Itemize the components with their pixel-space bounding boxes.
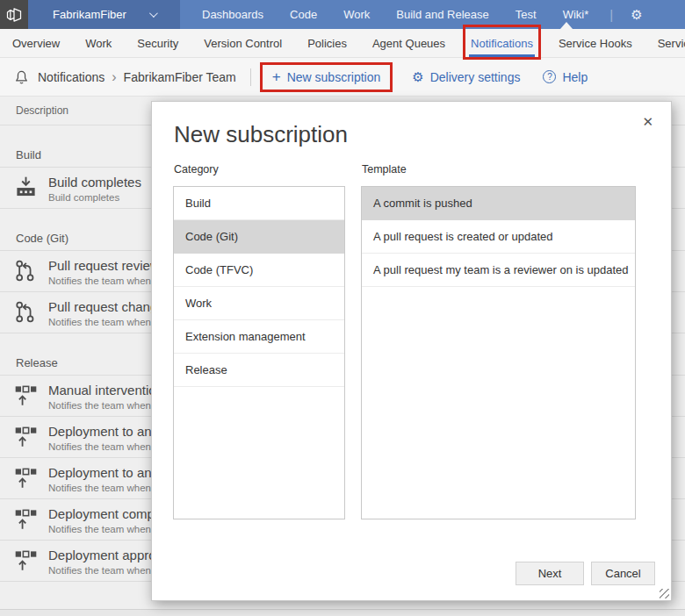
top-navigation-bar: FabrikamFiber DashboardsCodeWorkBuild an… (0, 0, 685, 29)
pull-request-icon (14, 300, 38, 324)
template-label: Template (362, 163, 407, 175)
gear-icon: ⚙ (412, 69, 423, 85)
tab-version-control[interactable]: Version Control (204, 29, 282, 58)
project-selector[interactable]: FabrikamFiber (28, 0, 180, 29)
admin-tabs-bar: OverviewWorkSecurityVersion ControlPolic… (0, 29, 685, 58)
breadcrumb-team[interactable]: FabrikamFiber Team (124, 70, 236, 84)
vsts-home-button[interactable] (0, 0, 28, 29)
template-item[interactable]: A commit is pushed (362, 187, 635, 220)
template-item[interactable]: A pull request my team is a reviewer on … (362, 254, 635, 287)
topnav-item-work[interactable]: Work (343, 8, 370, 21)
topnav-separator: | (609, 7, 613, 22)
topnav-item-code[interactable]: Code (290, 8, 317, 21)
tab-service-hooks[interactable]: Service Hooks (559, 29, 632, 58)
topnav-item-test[interactable]: Test (516, 8, 537, 21)
category-label: Category (174, 163, 219, 175)
template-item[interactable]: A pull request is created or updated (362, 220, 635, 254)
tab-overview[interactable]: Overview (12, 29, 60, 58)
tab-agent-queues[interactable]: Agent Queues (372, 29, 445, 58)
top-nav-items: DashboardsCodeWorkBuild and ReleaseTestW… (180, 0, 588, 29)
close-icon[interactable]: ✕ (638, 111, 657, 133)
release-icon (14, 466, 38, 490)
tab-notifications[interactable]: Notifications (471, 29, 533, 58)
new-subscription-dialog: ✕ New subscription Category Template Bui… (151, 101, 672, 601)
release-icon (14, 383, 38, 407)
next-button[interactable]: Next (516, 562, 584, 585)
tab-policies[interactable]: Policies (307, 29, 347, 58)
category-list: BuildCode (Git)Code (TFVC)WorkExtension … (173, 186, 345, 519)
topnav-item-build-and-release[interactable]: Build and Release (396, 8, 489, 21)
chevron-down-icon (149, 9, 158, 18)
notifications-toolbar: Notifications › FabrikamFiber Team + New… (0, 58, 685, 97)
topnav-item-dashboards[interactable]: Dashboards (202, 8, 263, 21)
delivery-settings-label: Delivery settings (430, 70, 521, 84)
release-icon (14, 548, 38, 572)
category-item[interactable]: Build (174, 187, 344, 220)
topnav-item-wiki-[interactable]: Wiki* (563, 8, 589, 21)
category-item[interactable]: Work (174, 287, 344, 320)
help-icon: ? (543, 70, 556, 83)
category-item[interactable]: Release (174, 354, 344, 387)
app-window: FabrikamFiber DashboardsCodeWorkBuild an… (0, 0, 685, 616)
new-subscription-label: New subscription (287, 70, 381, 84)
pull-request-icon (14, 259, 38, 283)
plus-icon: + (272, 71, 281, 83)
tab-work[interactable]: Work (85, 29, 112, 58)
tab-services[interactable]: Services (658, 29, 685, 58)
bottom-scrollbar-strip[interactable] (0, 609, 685, 616)
new-subscription-button[interactable]: + New subscription (263, 66, 390, 89)
vsts-logo-icon (5, 6, 23, 24)
breadcrumb-separator-icon: › (112, 69, 116, 85)
release-icon (14, 507, 38, 531)
tab-security[interactable]: Security (137, 29, 178, 58)
delivery-settings-button[interactable]: ⚙ Delivery settings (412, 69, 520, 85)
help-label: Help (562, 70, 588, 84)
category-item[interactable]: Code (TFVC) (174, 254, 344, 287)
resize-grip[interactable] (660, 589, 669, 598)
help-button[interactable]: ? Help (543, 70, 588, 84)
category-item[interactable]: Extension management (174, 320, 344, 354)
admin-gear-icon[interactable]: ⚙ (631, 7, 642, 23)
template-list: A commit is pushedA pull request is crea… (361, 186, 636, 519)
dialog-title: New subscription (174, 121, 348, 148)
release-icon (14, 425, 38, 448)
breadcrumb-notifications[interactable]: Notifications (38, 70, 105, 84)
build-icon (14, 175, 38, 199)
cancel-button[interactable]: Cancel (591, 562, 655, 585)
settings-caret-pointer (560, 22, 573, 29)
project-name: FabrikamFiber (53, 8, 126, 21)
bell-icon (14, 69, 29, 85)
category-item[interactable]: Code (Git) (174, 220, 344, 254)
toolbar-divider (250, 68, 251, 86)
